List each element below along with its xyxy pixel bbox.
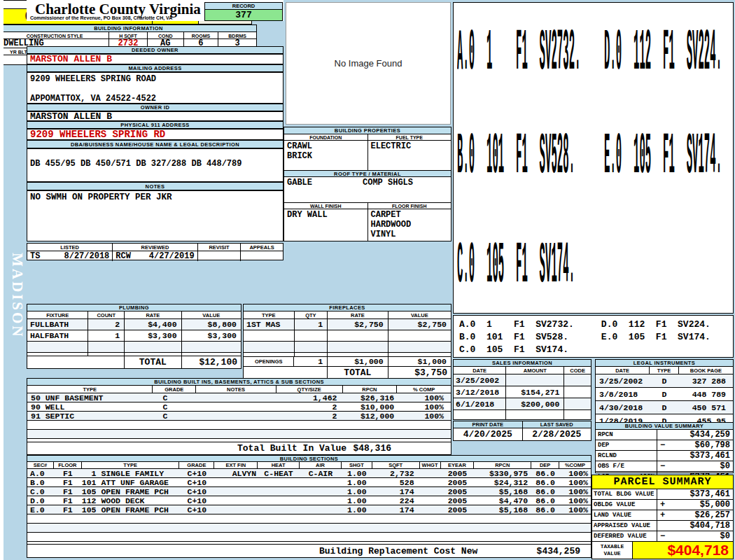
table-cell — [276, 421, 343, 429]
parcel-row: LAND VALUE +$26,257 — [592, 510, 733, 521]
sales-code-label: CODE — [564, 367, 591, 374]
table-cell: F1 — [54, 478, 82, 486]
table-cell — [82, 533, 180, 541]
table-cell — [559, 524, 591, 532]
table-cell: $24,312 — [474, 478, 531, 486]
table-cell: 100% — [559, 496, 591, 505]
table-cell: C+10 — [179, 478, 214, 486]
physical-911-value: 9209 WHEELERS SPRING RD — [27, 129, 284, 140]
table-cell: 1 — [295, 319, 328, 330]
bi-grade-label: GRADE — [153, 386, 196, 393]
parcel-value: $404,718 — [690, 521, 730, 531]
table-row — [27, 421, 451, 430]
building-sections-header-row: SEC# FLOOR TYPE GRADE EXT FIN HEAT AIR S… — [27, 462, 591, 469]
bi-comp-label: % COMP — [397, 386, 451, 393]
fireplaces-total-row: TOTAL $3,750 — [244, 366, 451, 378]
table-cell — [564, 386, 591, 398]
listed-value: TS 8/27/2018 — [27, 251, 113, 261]
legal-description: DB 455/95 DB 450/571 DB 327/288 DB 448/7… — [27, 149, 283, 169]
table-cell — [54, 524, 82, 532]
built-ins-total-row: Total Built In Value $48,316 — [27, 442, 451, 454]
plumbing-total-label: TOTAL — [125, 356, 181, 368]
built-ins-table: BUILDING BUILT INS, BASEMENTS, ATTICS & … — [27, 378, 451, 455]
table-cell — [214, 533, 258, 541]
table-cell — [300, 514, 342, 523]
bvs-value: $373,461 — [690, 451, 730, 461]
table-row: D.0F1112 WOOD DECKC+101.002242005$4,4708… — [27, 496, 591, 505]
legal-header-row: DATE TYPE BOOK PAGE — [596, 367, 733, 374]
table-cell — [27, 514, 54, 523]
table-cell: $12,000 — [342, 412, 397, 420]
foundation-fuel-values: CRAWL BRICK ELECTRIC — [284, 141, 451, 171]
legend-line: A.0 1 F1 SV2732. D.0 112 F1 SV224. — [459, 318, 727, 331]
table-cell — [179, 524, 214, 532]
table-row: 4/30/2018D450 571 — [596, 401, 733, 414]
table-cell: 100% — [559, 478, 591, 486]
replacement-cost-value: $434,259 — [477, 546, 591, 556]
table-cell: 86.0 — [531, 487, 559, 496]
table-cell: C-AIR — [300, 469, 342, 477]
table-cell — [27, 430, 153, 438]
plumbing-body: FULLBATH2$4,400$8,800HALFBATH1$3,300$3,3… — [27, 319, 241, 356]
table-cell — [342, 524, 372, 532]
parcel-value: $0 — [720, 531, 730, 541]
table-cell: 1 SINGLE FAMILY — [82, 469, 180, 477]
table-cell: 224 — [372, 496, 420, 505]
bvs-row: OBS F/E −$0 — [596, 461, 733, 472]
table-cell: $5,168 — [474, 487, 531, 496]
table-cell — [300, 533, 342, 541]
table-cell — [474, 533, 531, 541]
table-cell — [258, 487, 300, 496]
sec-label: SEC# — [27, 462, 54, 468]
table-cell — [179, 533, 214, 541]
openings-row: OPENINGS 1 $1,000 $1,000 — [244, 356, 451, 366]
table-cell — [54, 514, 82, 523]
bi-rpcn-label: RPCN — [343, 386, 398, 393]
table-cell: 105 OPEN FRAME PCH — [82, 505, 180, 514]
table-cell: $3,300 — [182, 330, 241, 341]
sales-amount-label: AMOUNT — [506, 367, 564, 374]
sales-date-label: DATE — [454, 367, 506, 374]
table-cell — [27, 524, 54, 532]
table-cell: C+10 — [179, 505, 214, 514]
parcel-sign: + — [660, 510, 665, 520]
legend-line: C.0 105 F1 SV174. — [459, 344, 727, 356]
bvs-value: $60,798 — [695, 440, 730, 450]
openings-label: OPENINGS — [244, 357, 294, 366]
table-row: 3/25/2002 — [454, 374, 591, 386]
table-cell — [420, 487, 441, 496]
replacement-cost-row: Building Replacement Cost New $434,259 — [27, 544, 591, 557]
table-cell: 1 — [88, 330, 125, 341]
no-image-text: No Image Found — [335, 58, 402, 69]
table-cell: 2005 — [441, 469, 475, 477]
table-cell: ALVYN — [214, 469, 258, 477]
table-cell — [196, 393, 276, 402]
listed-label: LISTED — [27, 244, 113, 251]
table-cell: 4/30/2018 — [596, 401, 650, 414]
table-cell — [27, 533, 54, 541]
table-cell: 174 — [372, 487, 420, 496]
legal-body: 3/25/2002D327 2883/8/2018D448 7894/30/20… — [596, 374, 733, 426]
bi-type-label: TYPE — [27, 386, 153, 393]
table-cell: 2 — [276, 412, 343, 420]
table-cell: 6/1/2018 — [454, 398, 506, 410]
table-cell — [88, 342, 125, 352]
table-cell — [559, 533, 591, 541]
wall-floor-values: DRY WALL CARPET HARDWOOD VINYL — [284, 209, 451, 241]
notes-label: NOTES — [27, 182, 284, 190]
sketch-vector-line: B.0 101 F1 SV528. E.0 105 F1 SV174. — [457, 122, 722, 189]
table-row: 3/8/2018D448 789 — [596, 388, 733, 401]
floor-finish-label: FLOOR FINISH — [368, 203, 451, 209]
table-cell: 112 WOOD DECK — [82, 496, 180, 505]
table-cell — [300, 478, 342, 486]
legal-title: LEGAL INSTRUMENTS — [596, 360, 733, 367]
building-properties-title: BUILDING PROPERTIES — [284, 127, 451, 134]
dba-legal-label: DBA/BUISNESS NAME/HOUSE NAME & LEGAL DES… — [27, 140, 284, 148]
table-cell: 105 OPEN FRAME PCH — [82, 487, 180, 496]
table-cell: HALFBATH — [27, 330, 88, 341]
table-cell: $10,000 — [342, 402, 397, 411]
table-cell: C+10 — [179, 469, 214, 477]
table-row — [27, 430, 451, 439]
fp-value-label: VALUE — [388, 312, 451, 318]
fireplaces-header-row: TYPE QTY RATE VALUE — [244, 312, 451, 319]
